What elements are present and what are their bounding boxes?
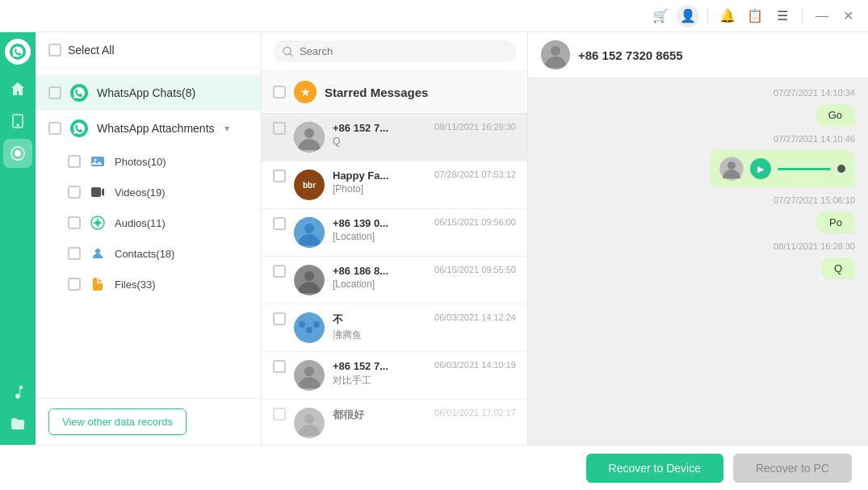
- voice-dot: [837, 165, 845, 173]
- audios-checkbox[interactable]: [68, 216, 81, 229]
- photos-label: Photos(10): [115, 156, 166, 168]
- tree-item-whatsapp-chats[interactable]: WhatsApp Chats(8): [36, 75, 261, 111]
- videos-checkbox[interactable]: [68, 186, 81, 199]
- tree-items: WhatsApp Chats(8) WhatsApp Attachments ▾: [36, 69, 261, 398]
- user-icon[interactable]: 👤: [677, 5, 699, 27]
- left-panel-footer: View other data records: [36, 398, 261, 445]
- contacts-checkbox[interactable]: [68, 247, 81, 260]
- tree-sub-item-audios[interactable]: Audios(11): [36, 207, 261, 238]
- audios-label: Audios(11): [115, 217, 166, 229]
- msg1-checkbox[interactable]: [273, 122, 286, 135]
- sidebar-folder[interactable]: [3, 409, 32, 438]
- msg6-preview: 对比手工: [333, 374, 426, 387]
- msg7-name: 都很好: [333, 408, 426, 422]
- msg7-checkbox[interactable]: [273, 408, 286, 421]
- chat-ts-1: 07/27/2021 14:10:34: [541, 88, 855, 98]
- select-all-checkbox[interactable]: [48, 44, 61, 57]
- starred-checkbox[interactable]: [273, 86, 286, 98]
- msg4-checkbox[interactable]: [273, 265, 286, 278]
- bell-icon[interactable]: 🔔: [716, 5, 739, 27]
- svg-point-21: [299, 321, 305, 328]
- svg-point-22: [313, 321, 320, 328]
- middle-panel: ★ Starred Messages +86 152 7... Q 0: [262, 32, 528, 445]
- chat-bubble-1: Go: [541, 104, 855, 126]
- msg2-checkbox[interactable]: [273, 170, 286, 182]
- msg4-info: +86 186 8... [Location]: [333, 265, 426, 290]
- msg2-avatar: bbr: [294, 170, 325, 200]
- right-header: +86 152 7320 8655: [528, 32, 868, 78]
- chat-bubble-3: Po: [541, 211, 855, 233]
- chat-bubble-2: ▶: [541, 150, 855, 187]
- sidebar-messages[interactable]: [3, 139, 32, 168]
- msg3-time: 06/15/2021 09:56:00: [434, 217, 516, 227]
- whatsapp-attachments-checkbox[interactable]: [48, 122, 61, 135]
- msg4-time: 06/15/2021 09:55:50: [434, 265, 516, 274]
- sidebar-music[interactable]: [3, 377, 32, 406]
- msg5-avatar: [294, 312, 325, 343]
- recover-device-button[interactable]: Recover to Device: [586, 454, 723, 483]
- msg2-time: 07/28/2021 07:53:12: [434, 170, 516, 179]
- message-item-6[interactable]: +86 152 7... 对比手工 06/03/2021 14:10:19: [262, 352, 527, 400]
- starred-label: Starred Messages: [325, 86, 428, 99]
- message-item-7[interactable]: 都很好 06/01/2021 17:02:17: [262, 400, 527, 445]
- tree-sub-item-photos[interactable]: Photos(10): [36, 146, 261, 177]
- msg4-avatar: [294, 265, 325, 295]
- msg7-time: 06/01/2021 17:02:17: [434, 408, 516, 417]
- msg6-avatar: [294, 360, 325, 391]
- msg5-checkbox[interactable]: [273, 312, 286, 325]
- main-content: Select All WhatsApp Chats(8): [0, 32, 868, 445]
- msg1-name: +86 152 7...: [333, 122, 426, 134]
- videos-icon: [89, 183, 107, 201]
- msg5-preview: 沸腾鱼: [333, 329, 426, 342]
- svg-rect-7: [91, 157, 104, 166]
- chat-ts-4: 08/11/2021 16:28:30: [541, 241, 855, 251]
- files-checkbox[interactable]: [68, 278, 81, 291]
- audios-icon: [89, 214, 107, 232]
- msg6-checkbox[interactable]: [273, 360, 286, 373]
- msg6-info: +86 152 7... 对比手工: [333, 360, 426, 387]
- cart-icon[interactable]: 🛒: [649, 5, 672, 27]
- message-item-5[interactable]: 不 沸腾鱼 06/03/2021 14:12:24: [262, 304, 527, 352]
- message-item-4[interactable]: +86 186 8... [Location] 06/15/2021 09:55…: [262, 257, 527, 304]
- starred-messages-header: ★ Starred Messages: [262, 71, 527, 114]
- message-item-1[interactable]: +86 152 7... Q 08/11/2021 16:28:30: [262, 114, 527, 161]
- tree-sub-item-contacts[interactable]: Contacts(18): [36, 238, 261, 269]
- message-item-2[interactable]: bbr Happy Fa... [Photo] 07/28/2021 07:53…: [262, 161, 527, 209]
- tree-sub-item-files[interactable]: Files(33): [36, 269, 261, 299]
- photos-checkbox[interactable]: [68, 155, 81, 168]
- msg3-name: +86 139 0...: [333, 217, 426, 229]
- msg1-avatar: [294, 122, 325, 153]
- select-all-header[interactable]: Select All: [36, 32, 261, 69]
- select-all-label: Select All: [68, 44, 115, 57]
- play-button[interactable]: ▶: [750, 158, 771, 179]
- svg-point-4: [15, 150, 21, 157]
- titlebar-icons: 🛒 👤 🔔 📋 ☰ — ✕: [649, 5, 858, 27]
- msg6-name: +86 152 7...: [333, 360, 426, 372]
- whatsapp-chats-checkbox[interactable]: [48, 86, 61, 99]
- msg3-info: +86 139 0... [Location]: [333, 217, 426, 242]
- star-icon: ★: [294, 81, 317, 103]
- svg-point-17: [304, 224, 314, 233]
- tree-sub-item-videos[interactable]: Videos(19): [36, 177, 261, 207]
- msg3-checkbox[interactable]: [273, 217, 286, 230]
- message-item-3[interactable]: +86 139 0... [Location] 06/15/2021 09:56…: [262, 209, 527, 257]
- doc-icon[interactable]: 📋: [744, 5, 766, 27]
- chat-ts-2: 07/27/2021 14:10:46: [541, 134, 855, 144]
- bubble-content-3: Po: [816, 211, 855, 233]
- search-input[interactable]: [300, 45, 506, 57]
- menu-icon[interactable]: ☰: [771, 5, 794, 27]
- minimize-button[interactable]: —: [811, 9, 833, 23]
- msg2-info: Happy Fa... [Photo]: [333, 170, 426, 195]
- svg-point-15: [304, 128, 314, 138]
- search-input-wrap[interactable]: [273, 40, 516, 62]
- app-logo: [5, 39, 31, 65]
- titlebar: 🛒 👤 🔔 📋 ☰ — ✕: [0, 0, 868, 32]
- view-other-records-button[interactable]: View other data records: [48, 408, 187, 435]
- sidebar-tablet[interactable]: [3, 107, 32, 136]
- msg2-preview: [Photo]: [333, 183, 426, 195]
- recover-pc-button[interactable]: Recover to PC: [733, 454, 852, 483]
- tree-item-whatsapp-attachments[interactable]: WhatsApp Attachments ▾: [36, 111, 261, 146]
- close-button[interactable]: ✕: [838, 8, 858, 23]
- msg1-time: 08/11/2021 16:28:30: [434, 122, 516, 132]
- sidebar-home[interactable]: [3, 74, 32, 103]
